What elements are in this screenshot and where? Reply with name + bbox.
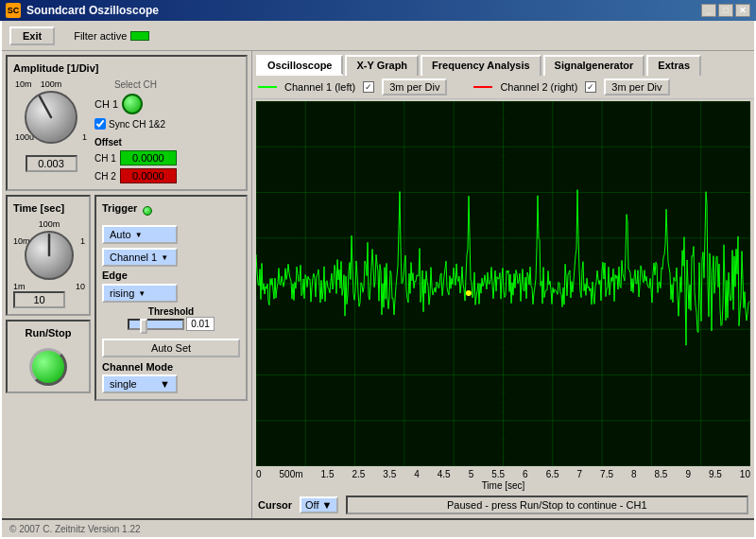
ta-6: 6	[523, 469, 528, 479]
tab-frequency-analysis[interactable]: Frequency Analysis	[421, 55, 541, 76]
ta-5.5: 5.5	[491, 469, 505, 479]
ta-8: 8	[631, 469, 637, 479]
time-axis-row: 0 500m 1.5 2.5 3.5 4 4.5 5 5.5 6 6.5 7 7…	[252, 468, 754, 479]
titlebar-buttons: _ □ ✕	[701, 4, 750, 17]
ch1-row: CH 1	[94, 94, 177, 114]
ch1-per-div-value: 3m	[389, 81, 404, 93]
amp-label-topleft: 10m	[15, 79, 32, 89]
channel-mode-value: single	[110, 378, 137, 390]
autoset-button[interactable]: Auto Set	[102, 339, 240, 357]
threshold-slider-thumb[interactable]	[140, 319, 147, 334]
channel-mode-dropdown[interactable]: single ▼	[102, 374, 178, 393]
amplitude-value-display[interactable]: 0.003	[26, 155, 77, 172]
ch2-check[interactable]: ✓	[585, 81, 596, 93]
right-panel: Oscilloscope X-Y Graph Frequency Analysi…	[252, 51, 754, 518]
channel-mode-arrow: ▼	[160, 378, 170, 390]
ch2-line-indicator	[473, 86, 492, 88]
minimize-button[interactable]: _	[701, 4, 716, 17]
ta-10: 10	[740, 469, 750, 479]
run-stop-section: Run/Stop	[6, 320, 91, 393]
tab-xy-graph[interactable]: X-Y Graph	[345, 55, 419, 76]
ch1-offset-row: CH 1	[94, 150, 177, 165]
offset-label: Offset	[94, 137, 177, 148]
time-axis-unit: Time [sec]	[252, 479, 754, 492]
trigger-section: Trigger Auto ▼ Channel 1 ▼	[94, 195, 248, 401]
offset-area: Offset CH 1 CH 2	[94, 137, 177, 183]
ch1-offset-input[interactable]	[120, 150, 177, 165]
trigger-mode-arrow: ▼	[135, 231, 143, 239]
trigger-box: Trigger Auto ▼ Channel 1 ▼	[94, 195, 248, 401]
ch2-offset-label: CH 2	[94, 171, 116, 182]
time-knob[interactable]	[23, 229, 76, 282]
ch1-line-indicator	[258, 86, 277, 88]
sync-checkbox-row: Sync CH 1&2	[94, 118, 177, 130]
trigger-edge-label: rising	[110, 287, 134, 299]
ta-5: 5	[469, 469, 474, 479]
ch1-per-div-unit: per Div	[407, 81, 440, 93]
time-knob-area: 100m 10m 1 1m 10	[13, 219, 85, 291]
trigger-channel-dropdown[interactable]: Channel 1 ▼	[102, 248, 178, 267]
channel-mode-label: Channel Mode	[102, 361, 240, 373]
ta-3.5: 3.5	[383, 469, 396, 479]
ch1-channel-label: Channel 1 (left)	[284, 81, 355, 93]
time-label-br: 10	[76, 282, 85, 291]
ch2-per-div-value: 3m	[611, 81, 626, 93]
ta-9.5: 9.5	[709, 469, 722, 479]
sync-checkbox[interactable]	[94, 118, 106, 130]
run-stop-button[interactable]	[29, 348, 67, 386]
ch2-offset-input[interactable]	[120, 168, 177, 183]
ch2-per-div-button[interactable]: 3m per Div	[604, 78, 669, 96]
trigger-header: Trigger	[102, 202, 240, 219]
channel-row: Channel 1 (left) ✓ 3m per Div Channel 2 …	[252, 76, 754, 99]
filter-active-led	[130, 31, 149, 41]
time-label-bl: 1m	[13, 282, 26, 291]
run-stop-title: Run/Stop	[26, 327, 72, 339]
ta-9: 9	[685, 469, 691, 479]
channel-mode-area: Channel Mode single ▼	[102, 361, 240, 393]
amplitude-inner: 100m 10m 100u 1	[13, 79, 240, 183]
amplitude-knob[interactable]	[23, 89, 79, 146]
tab-oscilloscope[interactable]: Oscilloscope	[256, 55, 343, 76]
cursor-mode-select[interactable]: Off ▼	[300, 496, 337, 513]
threshold-slider-track[interactable]	[128, 319, 184, 330]
ch1-check[interactable]: ✓	[363, 81, 374, 93]
cursor-label: Cursor	[258, 499, 292, 511]
trigger-mode-label: Auto	[110, 229, 131, 240]
amplitude-right-col: Select CH CH 1 Sync CH 1&2 Offset	[94, 79, 177, 183]
ta-7.5: 7.5	[600, 469, 613, 479]
maximize-button[interactable]: □	[718, 4, 733, 17]
filter-label: Filter active	[74, 30, 127, 42]
tab-signalgenerator[interactable]: Signalgenerator	[543, 55, 645, 76]
ta-8.5: 8.5	[655, 469, 668, 479]
time-title: Time [sec]	[13, 202, 83, 214]
ch1-per-div-button[interactable]: 3m per Div	[382, 78, 447, 96]
close-button[interactable]: ✕	[735, 4, 750, 17]
time-value-display[interactable]: 10	[13, 291, 65, 308]
cursor-dropdown-arrow: ▼	[322, 499, 333, 511]
time-label-right: 1	[80, 236, 85, 246]
trigger-channel-arrow: ▼	[161, 253, 168, 262]
trigger-mode-dropdown[interactable]: Auto ▼	[102, 225, 178, 244]
trigger-channel-label: Channel 1	[110, 252, 157, 263]
exit-button[interactable]: Exit	[9, 26, 55, 45]
threshold-value-input[interactable]	[186, 317, 215, 331]
window-title: Soundcard Oszilloscope	[26, 4, 701, 17]
amplitude-knob-col: 100m 10m 100u 1	[13, 79, 89, 183]
ch2-channel-label: Channel 2 (right)	[500, 81, 577, 93]
ch2-per-div-unit: per Div	[629, 81, 662, 93]
trigger-edge-arrow: ▼	[138, 289, 146, 298]
app-icon-label: SC	[8, 6, 20, 15]
bottom-left-panels: Time [sec] 100m 10m 1 1m 10	[6, 195, 248, 401]
tabs-row: Oscilloscope X-Y Graph Frequency Analysi…	[252, 51, 754, 76]
titlebar: SC Soundcard Oszilloscope _ □ ✕	[0, 0, 756, 21]
ta-1.5: 1.5	[321, 469, 335, 479]
trigger-edge-dropdown[interactable]: rising ▼	[102, 284, 178, 303]
amp-label-bottomright: 1	[82, 132, 87, 142]
cursor-mode-value: Off	[305, 499, 318, 511]
tab-extras[interactable]: Extras	[646, 55, 701, 76]
amplitude-title: Amplitude [1/Div]	[13, 62, 240, 74]
trigger-led	[143, 206, 152, 216]
app-icon: SC	[6, 3, 21, 18]
footer: © 2007 C. Zeitnitz Version 1.22	[2, 518, 754, 537]
threshold-label: Threshold	[148, 306, 194, 317]
